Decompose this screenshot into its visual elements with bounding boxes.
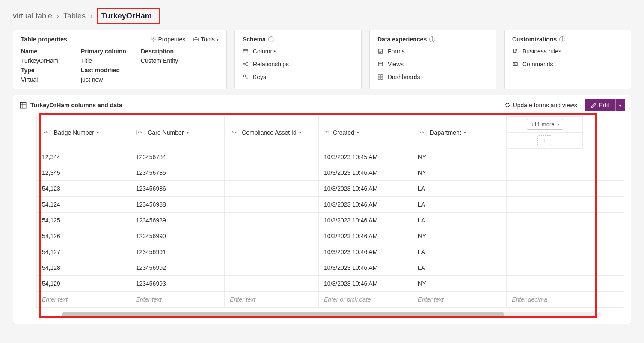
cell-created[interactable]: 10/3/2023 10:46 AM <box>319 244 413 260</box>
cell-extra[interactable] <box>507 275 624 291</box>
cell-extra[interactable] <box>507 165 624 180</box>
cell-extra[interactable] <box>507 149 624 165</box>
cell-compliance[interactable] <box>225 149 319 165</box>
cell-badge[interactable]: 54,128 <box>37 260 131 275</box>
cell-department[interactable]: LA <box>413 244 507 260</box>
cell-badge[interactable]: 54,124 <box>37 196 131 212</box>
cell-card[interactable]: 123456986 <box>131 180 225 196</box>
new-cell-badge[interactable]: Enter text <box>37 291 131 307</box>
date-type-icon: 31 <box>324 130 330 135</box>
keys-icon <box>243 74 249 80</box>
cell-created[interactable]: 10/3/2023 10:46 AM <box>319 180 413 196</box>
cell-badge[interactable]: 54,123 <box>37 180 131 196</box>
cell-extra[interactable] <box>507 228 624 244</box>
cell-extra[interactable] <box>507 212 624 228</box>
info-icon[interactable]: i <box>268 36 274 42</box>
new-cell-department[interactable]: Enter text <box>413 291 507 307</box>
cell-department[interactable]: NY <box>413 165 507 180</box>
cell-card[interactable]: 123456992 <box>131 260 225 275</box>
table-row[interactable]: 54,12712345699110/3/2023 10:46 AMLA <box>37 244 624 260</box>
cell-extra[interactable] <box>507 196 624 212</box>
edit-dropdown[interactable]: ▾ <box>615 99 625 111</box>
cell-compliance[interactable] <box>225 180 319 196</box>
cell-extra[interactable] <box>507 260 624 275</box>
properties-button[interactable]: Properties <box>151 36 186 43</box>
table-row[interactable]: 54,12312345698610/3/2023 10:46 AMLA <box>37 180 624 196</box>
col-header-department[interactable]: AbcDapartment▾ <box>413 116 507 149</box>
cell-compliance[interactable] <box>225 228 319 244</box>
cell-badge[interactable]: 12,345 <box>37 165 131 180</box>
cell-card[interactable]: 123456784 <box>131 149 225 165</box>
col-header-compliance[interactable]: AbcCompliance Asset Id▾ <box>225 116 319 149</box>
cell-department[interactable]: LA <box>413 260 507 275</box>
info-icon[interactable]: i <box>429 36 435 42</box>
cell-compliance[interactable] <box>225 244 319 260</box>
cell-department[interactable]: LA <box>413 212 507 228</box>
table-row[interactable]: 12,34512345678510/3/2023 10:46 AMNY <box>37 165 624 180</box>
cell-department[interactable]: LA <box>413 180 507 196</box>
cell-extra[interactable] <box>507 244 624 260</box>
cell-extra[interactable] <box>507 180 624 196</box>
new-cell-extra[interactable]: Enter decima <box>507 291 624 307</box>
cell-badge[interactable]: 54,126 <box>37 228 131 244</box>
cell-card[interactable]: 123456988 <box>131 196 225 212</box>
add-column-button[interactable]: + <box>537 135 552 146</box>
cell-created[interactable]: 10/3/2023 10:46 AM <box>319 212 413 228</box>
cell-compliance[interactable] <box>225 165 319 180</box>
table-row[interactable]: 54,12612345699010/3/2023 10:46 AMNY <box>37 228 624 244</box>
schema-columns[interactable]: Columns <box>243 48 353 55</box>
table-row[interactable]: 54,12412345698810/3/2023 10:46 AMLA <box>37 196 624 212</box>
new-cell-card[interactable]: Enter text <box>131 291 225 307</box>
table-row[interactable]: 54,12912345699310/3/2023 10:46 AMNY <box>37 275 624 291</box>
cell-department[interactable]: LA <box>413 196 507 212</box>
data-dashboards[interactable]: Dashboards <box>377 74 488 80</box>
cell-created[interactable]: 10/3/2023 10:46 AM <box>319 275 413 291</box>
cell-badge[interactable]: 54,129 <box>37 275 131 291</box>
cell-created[interactable]: 10/3/2023 10:46 AM <box>319 260 413 275</box>
cell-card[interactable]: 123456785 <box>131 165 225 180</box>
horizontal-scrollbar[interactable] <box>62 312 601 317</box>
cell-department[interactable]: NY <box>413 275 507 291</box>
new-cell-compliance[interactable]: Enter text <box>225 291 319 307</box>
cell-created[interactable]: 10/3/2023 10:46 AM <box>319 228 413 244</box>
more-columns-button[interactable]: +11 more ▾ <box>527 119 563 130</box>
cell-created[interactable]: 10/3/2023 10:46 AM <box>319 196 413 212</box>
schema-relationships[interactable]: Relationships <box>243 61 353 68</box>
cell-card[interactable]: 123456990 <box>131 228 225 244</box>
table-row[interactable]: 54,12812345699210/3/2023 10:46 AMLA <box>37 260 624 275</box>
customizations-commands[interactable]: Commands <box>512 61 623 68</box>
schema-keys[interactable]: Keys <box>243 74 353 80</box>
cell-badge[interactable]: 54,127 <box>37 244 131 260</box>
data-views[interactable]: Views <box>377 61 488 68</box>
views-icon <box>377 61 383 67</box>
edit-button[interactable]: Edit <box>585 99 615 111</box>
cell-compliance[interactable] <box>225 212 319 228</box>
scrollbar-thumb[interactable] <box>62 312 504 317</box>
breadcrumb-tables[interactable]: Tables <box>63 12 86 21</box>
tools-button[interactable]: Tools ▾ <box>193 36 219 43</box>
cell-badge[interactable]: 12,344 <box>37 149 131 165</box>
col-header-created[interactable]: 31Created▾ <box>319 116 413 149</box>
cell-card[interactable]: 123456989 <box>131 212 225 228</box>
customizations-business-rules[interactable]: Business rules <box>512 48 623 55</box>
cell-card[interactable]: 123456991 <box>131 244 225 260</box>
col-header-card[interactable]: AbcCard Number▾ <box>131 116 225 149</box>
cell-compliance[interactable] <box>225 260 319 275</box>
update-forms-views-button[interactable]: Update forms and views <box>505 102 577 109</box>
cell-card[interactable]: 123456993 <box>131 275 225 291</box>
cell-department[interactable]: NY <box>413 149 507 165</box>
new-cell-created[interactable]: Enter or pick date <box>319 291 413 307</box>
cell-created[interactable]: 10/3/2023 10:46 AM <box>319 165 413 180</box>
data-forms[interactable]: Forms <box>377 48 488 55</box>
cell-compliance[interactable] <box>225 196 319 212</box>
cell-compliance[interactable] <box>225 275 319 291</box>
table-row[interactable]: 54,12512345698910/3/2023 10:46 AMLA <box>37 212 624 228</box>
cell-badge[interactable]: 54,125 <box>37 212 131 228</box>
breadcrumb-root[interactable]: virtual table <box>13 12 52 21</box>
new-row[interactable]: Enter textEnter textEnter textEnter or p… <box>37 291 624 307</box>
info-icon[interactable]: i <box>559 36 565 42</box>
col-header-badge[interactable]: AbcBadge Number▾ <box>37 116 131 149</box>
table-row[interactable]: 12,34412345678410/3/2023 10:45 AMNY <box>37 149 624 165</box>
cell-department[interactable]: NY <box>413 228 507 244</box>
cell-created[interactable]: 10/3/2023 10:45 AM <box>319 149 413 165</box>
